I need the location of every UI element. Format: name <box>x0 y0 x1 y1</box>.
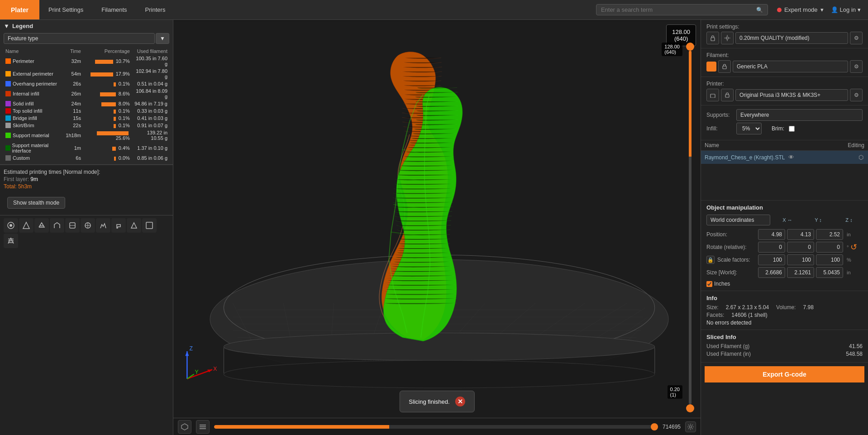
tool-support[interactable] <box>50 218 64 233</box>
tool-paint[interactable] <box>111 218 126 233</box>
scale-x-input[interactable] <box>758 254 785 265</box>
search-input[interactable] <box>601 6 754 13</box>
rotate-reset-btn[interactable]: ↺ <box>850 242 857 252</box>
legend-row-pct: 25.6% <box>83 129 132 142</box>
print-settings-config-icon[interactable]: ⚙ <box>850 32 863 44</box>
legend-row: Support material interface 1m 0.4% 1.37 … <box>4 142 169 154</box>
nav-print-settings[interactable]: Print Settings <box>39 0 92 19</box>
svg-point-61 <box>726 37 729 39</box>
pos-x-input[interactable] <box>758 229 785 240</box>
filament-select[interactable]: Generic PLA <box>733 61 848 72</box>
bottom-bar: 714695 <box>173 418 701 435</box>
legend-color-swatch <box>5 101 11 106</box>
legend-row-used: 139.22 in 10.55 g <box>132 129 169 142</box>
right-panel: Print settings: 0.20mm QUALITY (modified… <box>701 20 868 435</box>
timeline-handle[interactable] <box>651 423 658 430</box>
legend-row-used: 0.51 in 0.04 g <box>132 80 169 87</box>
legend-row-name: Support material interface <box>4 142 64 154</box>
supports-select[interactable]: Everywhere <box>736 109 863 121</box>
login-label: Log in <box>840 6 856 13</box>
size-x-input[interactable] <box>758 267 785 278</box>
legend-row-pct: 0.1% <box>83 115 132 122</box>
scale-z-input[interactable] <box>816 254 843 265</box>
rot-y-input[interactable] <box>787 242 814 253</box>
tool-add-part[interactable] <box>19 218 33 233</box>
obj-list-empty-space <box>701 164 868 200</box>
settings-gear-btn[interactable] <box>685 421 696 432</box>
tool-layers[interactable] <box>4 234 18 248</box>
layer-slider[interactable] <box>686 43 694 412</box>
tool-hollow[interactable] <box>34 218 49 233</box>
stealth-mode-button[interactable]: Show stealth mode <box>7 197 65 209</box>
plater-tab[interactable]: Plater <box>0 0 39 19</box>
tool-move[interactable] <box>4 218 18 233</box>
pos-z-input[interactable] <box>816 229 843 240</box>
printer-config-icon[interactable]: ⚙ <box>850 89 863 101</box>
layer-label-top: 128.00(640) <box>662 43 682 56</box>
legend-row-time: 24m <box>64 100 83 107</box>
print-settings-row: 0.20mm QUALITY (modified) ⚙ <box>706 32 863 44</box>
filament-config-icon[interactable]: ⚙ <box>850 60 863 73</box>
tool-settings[interactable] <box>142 218 157 233</box>
scale-lock-btn[interactable]: 🔒 <box>706 256 715 264</box>
timeline-slider[interactable] <box>214 425 652 429</box>
infill-select[interactable]: 5% <box>736 123 762 134</box>
pos-y-input[interactable] <box>787 229 814 240</box>
inches-checkbox[interactable] <box>706 281 712 287</box>
legend-color-swatch <box>5 133 11 138</box>
svg-point-43 <box>224 333 654 361</box>
legend-name-text: Custom <box>13 155 30 161</box>
obj-visibility-btn[interactable]: 👁 <box>787 153 795 162</box>
layer-view-btn[interactable] <box>196 420 210 434</box>
sliced-filament-in-label: Used Filament (in) <box>706 351 751 357</box>
nav-printers[interactable]: Printers <box>136 0 175 19</box>
feature-select-row: Feature type ▼ <box>4 33 169 44</box>
printer-label: Printer: <box>706 81 863 87</box>
export-gcode-button[interactable]: Export G-code <box>705 366 864 382</box>
size-unit: in <box>845 270 851 275</box>
legend-row-pct: 8.6% <box>83 87 132 100</box>
size-z-input[interactable] <box>816 267 843 278</box>
expert-mode-toggle[interactable]: Expert mode ▾ <box>777 6 824 13</box>
3d-view-btn[interactable] <box>178 420 191 434</box>
position-label: Position: <box>706 231 756 238</box>
legend-row-name: Top solid infill <box>4 107 64 115</box>
print-settings-section: Print settings: 0.20mm QUALITY (modified… <box>701 20 868 48</box>
coord-system-select[interactable]: World coordinates <box>706 215 770 225</box>
tool-seam[interactable] <box>65 218 80 233</box>
brim-checkbox[interactable] <box>789 126 795 132</box>
estimated-label: Estimated printing times [Normal mode]: <box>4 169 169 175</box>
col-time: Time <box>64 48 83 55</box>
legend-row-name: Solid infill <box>4 100 64 107</box>
legend-row: Top solid infill 11s 0.1% 0.33 in 0.03 g <box>4 107 169 115</box>
scale-label: Scale factors: <box>717 257 750 263</box>
legend-row-time: 1h18m <box>64 129 83 142</box>
svg-rect-58 <box>200 426 206 427</box>
size-y-input[interactable] <box>787 267 814 278</box>
slider-bottom-handle[interactable] <box>686 404 694 412</box>
viewport[interactable]: ORIGINAL PRUSA i3 MK3 by Josef Prusa <box>173 20 701 435</box>
filament-section: Filament: Generic PLA ⚙ <box>701 48 868 77</box>
sliced-filament-g-val: 41.56 <box>849 343 863 349</box>
slider-top-handle[interactable] <box>686 43 694 51</box>
printer-select[interactable]: Original Prusa i3 MK3S & MK3S+ <box>735 89 848 101</box>
used-bar <box>95 60 113 64</box>
feature-type-select[interactable]: Feature type <box>4 33 155 44</box>
rot-x-input[interactable] <box>758 242 785 253</box>
legend-row-name: Support material <box>4 129 64 142</box>
toast-close-button[interactable]: ✕ <box>455 397 465 406</box>
login-button[interactable]: 👤 Log in ▾ <box>831 6 861 13</box>
tool-sla[interactable] <box>127 218 141 233</box>
tool-fdm[interactable] <box>81 218 95 233</box>
feature-select-dropdown-btn[interactable]: ▼ <box>156 33 169 44</box>
nav-filaments[interactable]: Filaments <box>92 0 136 19</box>
print-settings-select[interactable]: 0.20mm QUALITY (modified) <box>735 32 848 44</box>
legend-toggle[interactable]: ▼ Legend <box>4 23 169 29</box>
obj-edit-btn[interactable]: ⬡ <box>858 153 864 162</box>
tool-variable[interactable] <box>96 218 110 233</box>
used-bar <box>101 102 116 106</box>
slicing-toast: Slicing finished. ✕ <box>399 391 474 412</box>
scale-y-input[interactable] <box>787 254 814 265</box>
rotate-label: Rotate (relative): <box>706 244 756 250</box>
rot-z-input[interactable] <box>816 242 843 253</box>
